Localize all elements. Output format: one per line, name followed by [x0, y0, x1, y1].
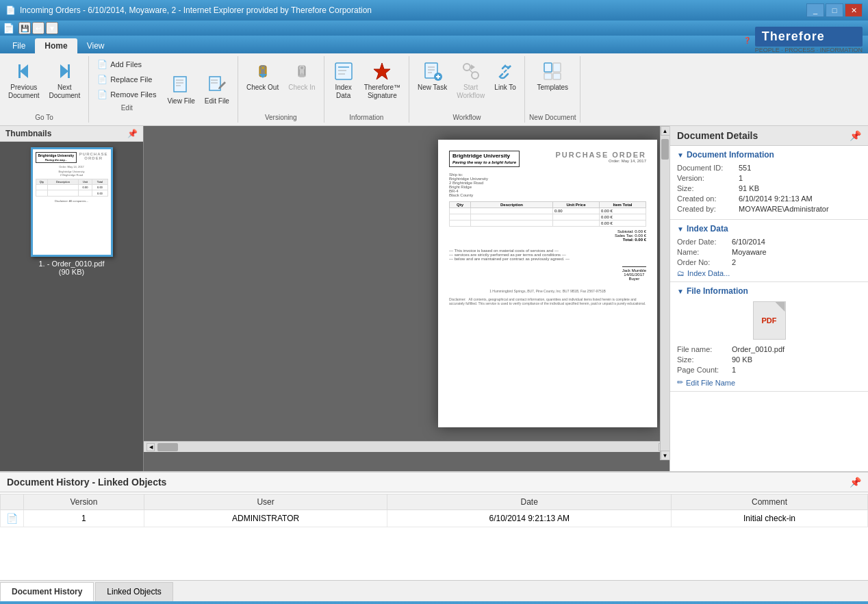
tab-linked-objects[interactable]: Linked Objects	[95, 582, 173, 601]
svg-rect-39	[553, 73, 561, 79]
title-bar: 📄 Incoming Orders - 6/10/2014, Moyaware,…	[0, 0, 868, 21]
start-workflow-label: StartWorkflow	[457, 84, 485, 100]
ribbon-group-information: IndexData Therefore™Signature Informatio…	[324, 56, 409, 123]
add-files-button[interactable]: 📄 Add Files	[93, 58, 160, 71]
name-row: Name: Moyaware	[677, 248, 861, 256]
file-information-section: ▼ File Information PDF File name: Order_…	[670, 282, 868, 392]
save-quick-button[interactable]: 💾	[18, 22, 31, 34]
close-button[interactable]: ✕	[845, 3, 863, 17]
scrollbar-up-button[interactable]: ▲	[661, 126, 670, 136]
next-icon	[53, 60, 75, 82]
edit-file-label: Edit File	[205, 97, 229, 105]
svg-rect-38	[544, 73, 552, 79]
previous-document-button[interactable]: PreviousDocument	[4, 58, 44, 103]
templates-button[interactable]: Templates	[533, 58, 573, 95]
tab-home[interactable]: Home	[35, 38, 77, 53]
col-icon	[1, 494, 24, 510]
doc-version-row: Version: 1	[677, 174, 861, 182]
document-viewer: ▲ ▼ Brightridge University Paving the wa…	[144, 126, 669, 471]
doc-info-title: Document Information	[687, 150, 774, 160]
svg-marker-34	[471, 64, 475, 70]
file-name-label: File name:	[677, 345, 732, 353]
order-no-value: 2	[732, 258, 736, 266]
information-group-label: Information	[349, 114, 383, 121]
view-file-button[interactable]: View File	[163, 71, 199, 108]
doc-size-value: 91 KB	[739, 184, 759, 192]
svg-rect-1	[18, 64, 21, 78]
link-to-button[interactable]: Link To	[490, 58, 520, 95]
tab-file[interactable]: File	[3, 38, 35, 53]
ribbon: PreviousDocument NextDocument Go To 📄 Ad…	[0, 53, 868, 126]
document-page: Brightridge University Paving the way to…	[438, 140, 657, 427]
doc-size-label: Size:	[677, 184, 739, 192]
history-pin-icon[interactable]: 📌	[850, 477, 861, 488]
edit-file-name-icon: ✏	[677, 378, 683, 387]
h-scrollbar-thumb[interactable]	[157, 443, 178, 451]
doc-order-date: Order: May 14, 2017	[555, 159, 646, 163]
check-out-button[interactable]: Check Out	[242, 58, 283, 95]
order-no-row: Order No: 2	[677, 258, 861, 266]
thumbnail-item[interactable]: Brightridge UniversityPaving the way... …	[31, 147, 113, 276]
col-date: Date	[387, 494, 672, 510]
doc-id-value: 551	[739, 164, 751, 172]
tab-view[interactable]: View	[77, 38, 114, 53]
therefore-signature-button[interactable]: Therefore™Signature	[360, 58, 405, 103]
pdf-icon-corner	[776, 302, 785, 312]
history-table-container: Version User Date Comment 📄 1 ADMINISTRA…	[0, 492, 868, 580]
app-logo-small: 📄	[3, 23, 14, 34]
index-data-button[interactable]: IndexData	[329, 58, 359, 103]
doc-created-by-row: Created by: MOYAWARE\Administrator	[677, 205, 861, 213]
undo-quick-button[interactable]: ↩	[32, 22, 44, 34]
svg-point-31	[463, 64, 470, 71]
thumbnails-title: Thumbnails	[5, 129, 51, 138]
qa-dropdown-button[interactable]: ▼	[46, 22, 58, 34]
history-table: Version User Date Comment 📄 1 ADMINISTRA…	[0, 494, 868, 527]
file-info-collapse-icon[interactable]: ▼	[677, 288, 684, 295]
index-data-link[interactable]: 🗂 Index Data...	[677, 269, 861, 277]
thumbnails-pin-icon[interactable]: 📌	[127, 129, 138, 138]
new-task-button[interactable]: New Task	[413, 58, 451, 95]
scrollbar-thumb[interactable]	[661, 139, 669, 160]
col-version: Version	[24, 494, 144, 510]
scroll-left-button[interactable]: ◀	[146, 443, 155, 451]
col-user: User	[144, 494, 387, 510]
order-date-label: Order Date:	[677, 238, 732, 246]
col-comment: Comment	[672, 494, 868, 510]
check-in-icon	[291, 60, 313, 82]
new-document-group-label: New Document	[529, 114, 576, 121]
history-row: 📄 1 ADMINISTRATOR 6/10/2014 9:21:13 AM I…	[1, 510, 868, 527]
history-row-version: 1	[24, 510, 144, 527]
replace-file-button[interactable]: 📄 Replace File	[93, 73, 160, 86]
ribbon-group-versioning: Check Out Check In Versioning	[238, 56, 324, 123]
index-data-collapse-icon[interactable]: ▼	[677, 225, 684, 233]
logo-help[interactable]: ❓	[743, 37, 751, 44]
doc-info-collapse-icon[interactable]: ▼	[677, 151, 684, 159]
scrollbar-down-button[interactable]: ▼	[661, 451, 670, 460]
doc-company-logo: Brightridge University Paving the way to…	[449, 151, 520, 167]
doc-id-row: Document ID: 551	[677, 164, 861, 172]
horizontal-scrollbar[interactable]: ◀ ▶	[144, 441, 669, 452]
doc-title: PURCHASE ORDER	[555, 151, 646, 159]
remove-files-button[interactable]: 📄 Remove Files	[93, 88, 160, 101]
next-document-button[interactable]: NextDocument	[45, 58, 85, 103]
check-in-button: Check In	[284, 58, 319, 95]
file-info-header: ▼ File Information	[677, 286, 861, 296]
templates-label: Templates	[537, 84, 569, 92]
status-bar: MOYAWARE\Administrator − +	[0, 601, 868, 604]
therefore-signature-label: Therefore™Signature	[364, 84, 400, 100]
minimize-button[interactable]: _	[806, 3, 824, 17]
maximize-button[interactable]: □	[826, 3, 843, 17]
view-file-label: View File	[167, 97, 194, 105]
tab-document-history[interactable]: Document History	[0, 582, 94, 601]
start-workflow-button: StartWorkflow	[452, 58, 489, 103]
svg-rect-3	[68, 64, 70, 78]
edit-file-button[interactable]: Edit File	[201, 71, 233, 108]
next-label: NextDocument	[49, 84, 81, 100]
details-pin-icon[interactable]: 📌	[850, 130, 861, 141]
templates-icon	[541, 60, 563, 82]
edit-file-name-link[interactable]: ✏ Edit File Name	[677, 378, 861, 387]
ribbon-group-new-document: Templates New Document	[525, 56, 580, 123]
doc-id-label: Document ID:	[677, 164, 739, 172]
pdf-file-icon-container: PDF	[677, 301, 861, 340]
quick-access-toolbar: 📄 💾 ↩ ▼	[0, 21, 868, 36]
